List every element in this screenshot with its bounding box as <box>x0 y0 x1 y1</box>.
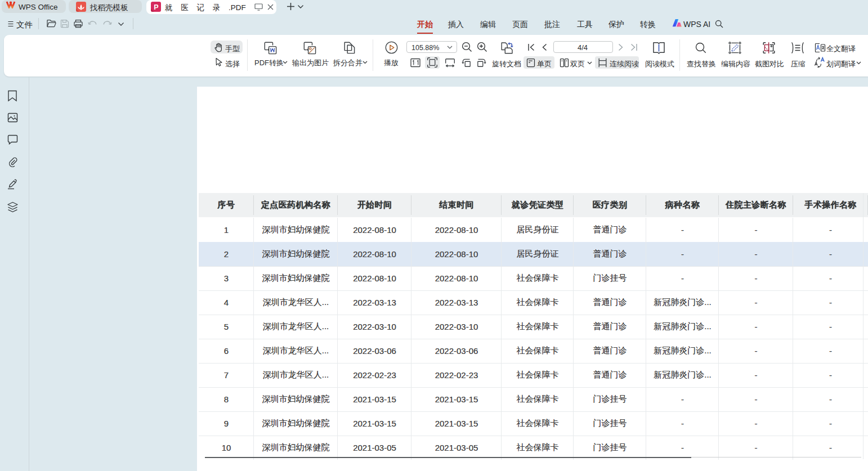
svg-text:P: P <box>154 3 158 11</box>
